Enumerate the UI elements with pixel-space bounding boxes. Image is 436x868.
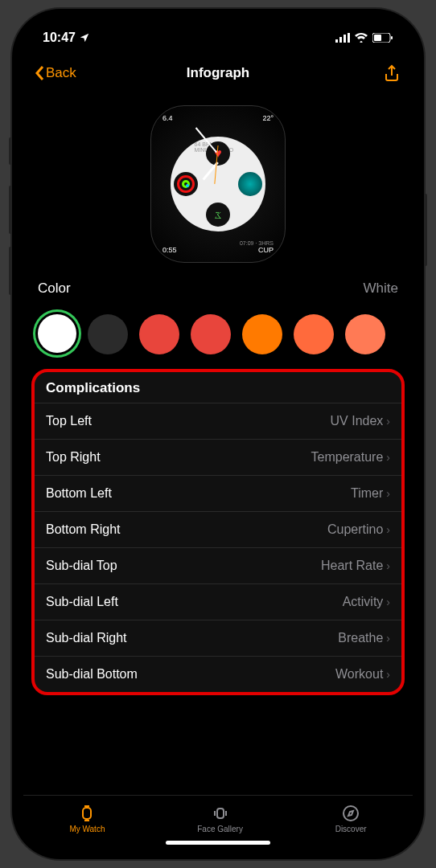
svg-rect-5 (374, 35, 381, 41)
chevron-right-icon: › (386, 523, 390, 536)
nav-bar: Back Infograph (23, 55, 413, 91)
tab-face-gallery[interactable]: Face Gallery (197, 804, 243, 833)
chevron-left-icon (35, 65, 44, 81)
svg-rect-8 (217, 809, 224, 818)
complication-label: Top Left (46, 414, 92, 428)
back-button[interactable]: Back (35, 65, 76, 81)
complication-label: Sub-dial Top (46, 559, 117, 573)
watch-top-left-value: 6.4 (162, 114, 173, 122)
silent-switch (9, 247, 12, 295)
tab-bar: My Watch Face Gallery Discover (23, 795, 413, 841)
share-button[interactable] (382, 63, 401, 83)
complication-value: Cupertino› (327, 522, 390, 537)
complication-value: Workout› (335, 667, 390, 682)
complication-label: Sub-dial Bottom (46, 667, 138, 682)
chevron-right-icon: › (386, 559, 390, 572)
color-swatch[interactable] (139, 314, 179, 354)
tab-label: Discover (335, 825, 367, 833)
chevron-right-icon: › (386, 668, 390, 681)
complication-label: Bottom Right (46, 522, 120, 537)
watch-bottom-left-value: 0:55 (162, 246, 177, 254)
compass-icon (341, 804, 360, 823)
watch-dial: 64 BPM • 3 MINUTES AGO ♥ ػ (171, 137, 265, 231)
complication-row[interactable]: Top LeftUV Index› (35, 403, 401, 439)
chevron-right-icon: › (386, 596, 390, 608)
color-swatches[interactable] (23, 306, 413, 369)
color-swatch[interactable] (191, 314, 231, 354)
complication-value: Timer› (351, 486, 390, 501)
chevron-right-icon: › (386, 632, 390, 645)
complication-row[interactable]: Sub-dial BottomWorkout› (35, 656, 401, 692)
cellular-icon (335, 33, 350, 43)
svg-rect-6 (391, 36, 393, 39)
complication-value: Heart Rate› (321, 559, 390, 573)
color-value: White (364, 280, 398, 297)
color-swatch[interactable] (294, 314, 334, 354)
svg-rect-2 (343, 35, 346, 43)
subdial-bottom: ػ (206, 203, 230, 227)
gallery-icon (211, 804, 230, 823)
complication-value: Breathe› (338, 631, 390, 645)
subdial-right (238, 172, 262, 196)
power-button (424, 194, 427, 266)
complications-section: Complications Top LeftUV Index›Top Right… (31, 369, 405, 695)
complication-row[interactable]: Bottom RightCupertino› (35, 511, 401, 547)
svg-rect-3 (348, 33, 350, 43)
svg-point-9 (343, 806, 358, 821)
wifi-icon (355, 33, 368, 43)
volume-down-button (9, 186, 12, 234)
complications-header: Complications (35, 372, 401, 403)
battery-icon (372, 33, 393, 43)
watch-preview-container: 6.4 22° 0:55 07:09 · 3HRS CUP 64 BPM • 3… (23, 91, 413, 271)
tab-label: Face Gallery (197, 825, 243, 833)
color-swatch[interactable] (242, 314, 282, 354)
complication-row[interactable]: Sub-dial RightBreathe› (35, 620, 401, 656)
notch (138, 20, 298, 43)
phone-frame: 10:47 Back Infograph 6.4 22° 0:55 (12, 9, 424, 859)
location-icon (79, 32, 90, 43)
svg-rect-7 (83, 808, 91, 819)
complication-value: Temperature› (311, 450, 391, 465)
complication-row[interactable]: Top RightTemperature› (35, 439, 401, 475)
tab-discover[interactable]: Discover (335, 804, 367, 833)
chevron-right-icon: › (386, 415, 390, 428)
page-title: Infograph (187, 65, 249, 81)
back-label: Back (46, 65, 76, 81)
svg-rect-1 (339, 37, 342, 43)
watch-face-preview[interactable]: 6.4 22° 0:55 07:09 · 3HRS CUP 64 BPM • 3… (150, 105, 286, 263)
color-section-row[interactable]: Color White (23, 271, 413, 306)
watch-bottom-right: 07:09 · 3HRS CUP (240, 240, 274, 254)
volume-up-button (9, 137, 12, 165)
complication-label: Sub-dial Right (46, 631, 127, 645)
watch-top-right-value: 22° (262, 114, 274, 122)
complication-label: Sub-dial Left (46, 595, 118, 609)
complication-label: Top Right (46, 450, 101, 465)
phone-screen: 10:47 Back Infograph 6.4 22° 0:55 (23, 20, 413, 848)
chevron-right-icon: › (386, 451, 390, 464)
color-label: Color (38, 280, 71, 297)
tab-label: My Watch (69, 825, 105, 833)
complication-value: UV Index› (331, 414, 390, 428)
svg-rect-0 (335, 39, 338, 43)
color-swatch[interactable] (88, 314, 128, 354)
tab-my-watch[interactable]: My Watch (69, 804, 105, 833)
watch-icon (77, 804, 97, 823)
complication-row[interactable]: Sub-dial LeftActivity› (35, 583, 401, 620)
home-indicator[interactable] (166, 841, 270, 845)
chevron-right-icon: › (386, 487, 390, 500)
color-swatch[interactable] (38, 314, 76, 353)
complication-row[interactable]: Bottom LeftTimer› (35, 475, 401, 511)
complication-row[interactable]: Sub-dial TopHeart Rate› (35, 547, 401, 583)
subdial-left (174, 172, 198, 196)
complication-label: Bottom Left (46, 486, 112, 501)
status-time: 10:47 (43, 31, 76, 45)
complication-value: Activity› (343, 595, 390, 609)
color-swatch[interactable] (345, 314, 385, 354)
